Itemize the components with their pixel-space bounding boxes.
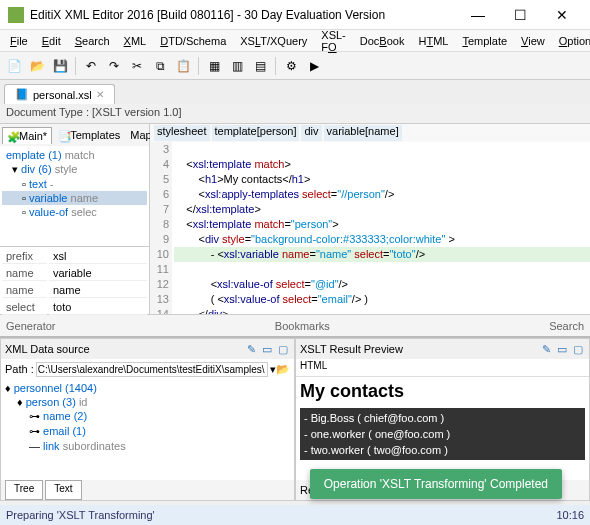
left-subtabs: 🧩Main* 📑Templates Mapping <box>0 124 149 146</box>
max-icon[interactable]: ▢ <box>276 342 290 356</box>
close-tab-icon[interactable]: ✕ <box>96 89 104 100</box>
status-message: Preparing 'XSLT Transforming' <box>6 509 155 521</box>
xml-tree[interactable]: ♦ personnel (1404) ♦ person (3) id ⊶ nam… <box>1 379 294 480</box>
open-icon[interactable]: 📂 <box>27 56 47 76</box>
cursor-position: 10:16 <box>556 509 584 521</box>
pin-icon[interactable]: ▭ <box>260 342 274 356</box>
menu-view[interactable]: View <box>515 33 551 49</box>
paste-icon[interactable]: 📋 <box>173 56 193 76</box>
menu-html[interactable]: HTML <box>412 33 454 49</box>
menu-file[interactable]: File <box>4 33 34 49</box>
pin-icon[interactable]: ▭ <box>555 342 569 356</box>
code-editor[interactable]: 34567891011121314 <xsl:template match> <… <box>150 142 590 314</box>
toast-notification: Operation 'XSLT Transforming' Completed <box>310 469 562 499</box>
menu-dtd[interactable]: DTD/Schema <box>154 33 232 49</box>
path-label: Path : <box>5 363 34 375</box>
search-label[interactable]: Search <box>549 320 584 332</box>
tool-icon[interactable]: ▤ <box>250 56 270 76</box>
xsl-icon: 📘 <box>15 88 29 101</box>
outline-tree[interactable]: emplate (1) match ▾ div (6) style ▫ text… <box>0 146 149 246</box>
file-tabs: 📘 personal.xsl ✕ <box>0 80 590 104</box>
edit-icon[interactable]: ✎ <box>539 342 553 356</box>
edit-icon[interactable]: ✎ <box>244 342 258 356</box>
generator-label[interactable]: Generator <box>6 320 56 332</box>
menu-template[interactable]: Template <box>456 33 513 49</box>
menu-search[interactable]: Search <box>69 33 116 49</box>
main-icon: 🧩 <box>7 131 17 141</box>
maximize-button[interactable]: ☐ <box>500 3 540 27</box>
line-gutter: 34567891011121314 <box>150 142 172 314</box>
result-preview: My contacts - Big.Boss ( chief@foo.com )… <box>296 377 589 480</box>
file-tab-label: personal.xsl <box>33 89 92 101</box>
tool-icon[interactable]: ▦ <box>204 56 224 76</box>
result-type: HTML <box>296 359 589 377</box>
bookmarks-label[interactable]: Bookmarks <box>275 320 330 332</box>
path-input[interactable] <box>36 362 268 377</box>
tool-icon[interactable]: ⚙ <box>281 56 301 76</box>
panel-title: XML Data source <box>5 343 90 355</box>
file-tab[interactable]: 📘 personal.xsl ✕ <box>4 84 115 104</box>
statusbar: Preparing 'XSLT Transforming' 10:16 <box>0 505 590 525</box>
xml-data-source-panel: XML Data source ✎ ▭ ▢ Path : ▾ 📂 ♦ perso… <box>0 338 295 501</box>
close-button[interactable]: ✕ <box>542 3 582 27</box>
breadcrumb[interactable]: stylesheettemplate[person]divvariable[na… <box>150 124 590 142</box>
menubar: File Edit Search XML DTD/Schema XSLT/XQu… <box>0 30 590 52</box>
doctype-label: Document Type : [XSLT version 1.0] <box>0 104 590 124</box>
tool-icon[interactable]: ▶ <box>304 56 324 76</box>
tab-tree[interactable]: Tree <box>5 480 43 500</box>
tool-icon[interactable]: ▥ <box>227 56 247 76</box>
panel-title: XSLT Result Preview <box>300 343 403 355</box>
minimize-button[interactable]: — <box>458 3 498 27</box>
redo-icon[interactable]: ↷ <box>104 56 124 76</box>
menu-edit[interactable]: Edit <box>36 33 67 49</box>
window-title: EditiX XML Editor 2016 [Build 080116] - … <box>30 8 458 22</box>
templates-icon: 📑 <box>58 130 68 140</box>
menu-xslt[interactable]: XSLT/XQuery <box>234 33 313 49</box>
save-icon[interactable]: 💾 <box>50 56 70 76</box>
preview-heading: My contacts <box>300 381 585 402</box>
cut-icon[interactable]: ✂ <box>127 56 147 76</box>
properties-table[interactable]: prefixxsl namevariable namename selectto… <box>0 246 149 314</box>
browse-icon[interactable]: 📂 <box>276 363 290 376</box>
app-icon <box>8 7 24 23</box>
menu-xslfo[interactable]: XSL-FO <box>315 27 351 55</box>
tab-main[interactable]: 🧩Main* <box>2 127 52 144</box>
new-icon[interactable]: 📄 <box>4 56 24 76</box>
copy-icon[interactable]: ⧉ <box>150 56 170 76</box>
editor-statusrow: Generator Bookmarks Search <box>0 314 590 336</box>
menu-options[interactable]: Options <box>553 33 590 49</box>
toolbar: 📄 📂 💾 ↶ ↷ ✂ ⧉ 📋 ▦ ▥ ▤ ⚙ ▶ <box>0 52 590 80</box>
tab-templates[interactable]: 📑Templates <box>54 127 124 143</box>
menu-docbook[interactable]: DocBook <box>354 33 411 49</box>
titlebar: EditiX XML Editor 2016 [Build 080116] - … <box>0 0 590 30</box>
undo-icon[interactable]: ↶ <box>81 56 101 76</box>
max-icon[interactable]: ▢ <box>571 342 585 356</box>
menu-xml[interactable]: XML <box>118 33 153 49</box>
tab-text[interactable]: Text <box>45 480 81 500</box>
